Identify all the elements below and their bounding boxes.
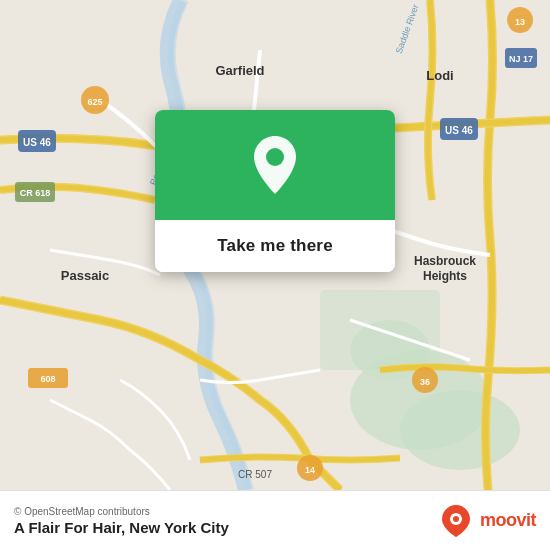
svg-text:13: 13 [515, 17, 525, 27]
svg-text:CR 507: CR 507 [238, 469, 272, 480]
svg-text:14: 14 [305, 465, 315, 475]
svg-text:Garfield: Garfield [215, 63, 264, 78]
svg-text:608: 608 [40, 374, 55, 384]
moovit-text: moovit [480, 510, 536, 531]
svg-text:US 46: US 46 [23, 137, 51, 148]
svg-text:NJ 17: NJ 17 [509, 54, 533, 64]
place-name: A Flair For Hair, New York City [14, 519, 229, 536]
svg-text:Lodi: Lodi [426, 68, 453, 83]
svg-point-32 [266, 148, 284, 166]
svg-text:Hasbrouck: Hasbrouck [414, 254, 476, 268]
svg-text:Heights: Heights [423, 269, 467, 283]
location-pin-icon [249, 134, 301, 196]
popup-header [155, 110, 395, 220]
svg-text:US 46: US 46 [445, 125, 473, 136]
bottom-left: © OpenStreetMap contributors A Flair For… [14, 506, 229, 536]
popup-card: Take me there [155, 110, 395, 272]
svg-point-34 [453, 516, 459, 522]
svg-text:625: 625 [87, 97, 102, 107]
svg-text:Passaic: Passaic [61, 268, 109, 283]
moovit-icon [438, 503, 474, 539]
svg-point-2 [400, 390, 520, 470]
moovit-logo: moovit [438, 503, 536, 539]
osm-credit: © OpenStreetMap contributors [14, 506, 229, 517]
svg-text:36: 36 [420, 377, 430, 387]
take-me-there-button[interactable]: Take me there [155, 220, 395, 272]
svg-text:CR 618: CR 618 [20, 188, 51, 198]
bottom-bar: © OpenStreetMap contributors A Flair For… [0, 490, 550, 550]
map: US 46 US 46 CR 618 NJ 17 625 13 608 36 1… [0, 0, 550, 490]
